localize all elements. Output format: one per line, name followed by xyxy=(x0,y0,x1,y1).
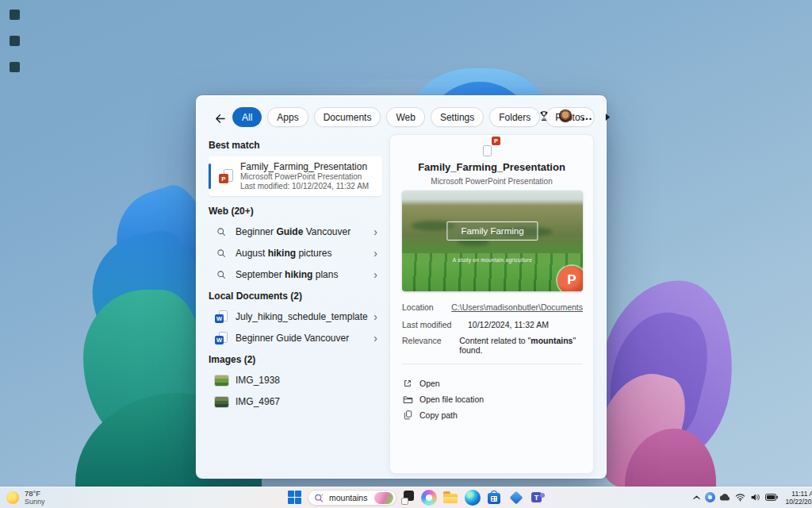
user-avatar[interactable] xyxy=(559,110,572,122)
clock[interactable]: 11:11 AM 10/22/2024 xyxy=(782,490,812,506)
action-label: Copy path xyxy=(419,410,458,420)
preview-title: Family_Farming_Presentation xyxy=(390,161,593,173)
web-suggestion-row[interactable]: August hiking pictures › xyxy=(209,243,382,264)
slide-title: Family Farming xyxy=(446,221,538,241)
web-suggestion-row[interactable]: Beginner Guide Vancouver › xyxy=(209,221,382,242)
web-suggestion-row[interactable]: September hiking plans › xyxy=(209,264,382,285)
file-explorer-icon[interactable] xyxy=(442,490,458,506)
meta-value: 10/12/2024, 11:32 AM xyxy=(468,320,549,329)
tab-web[interactable]: Web xyxy=(386,107,424,127)
time: 11:11 AM xyxy=(782,490,812,498)
section-header-images: Images (2) xyxy=(209,354,255,365)
image-row[interactable]: IMG_4967 xyxy=(209,391,382,412)
date: 10/22/2024 xyxy=(782,498,812,506)
selection-accent-bar xyxy=(209,164,211,189)
action-open[interactable]: Open xyxy=(402,375,583,391)
sun-icon xyxy=(6,491,19,504)
desktop-icon[interactable] xyxy=(10,10,20,20)
weather-condition: Sunny xyxy=(25,498,45,506)
slide-subtitle: A study on mountain agriculture xyxy=(402,257,583,263)
web-suggestion-text: August hiking pictures xyxy=(236,248,331,259)
search-icon xyxy=(214,248,228,258)
document-row[interactable]: W July_hiking_schedule_template › xyxy=(209,306,382,327)
image-thumbnail xyxy=(214,397,228,407)
more-tabs-arrow-icon xyxy=(605,114,611,121)
panel-header-icons: … xyxy=(538,110,593,122)
meta-row-location: Location C:\Users\madisonbutler\Document… xyxy=(402,302,583,312)
card-divider xyxy=(402,364,583,364)
meta-label: Relevance xyxy=(402,336,459,355)
section-header-best-match: Best match xyxy=(209,140,260,151)
battery-icon[interactable] xyxy=(763,494,779,501)
task-view-button[interactable] xyxy=(400,490,416,506)
section-header-web: Web (20+) xyxy=(209,206,254,217)
tray-chevron-up-icon[interactable] xyxy=(690,495,703,500)
tab-settings[interactable]: Settings xyxy=(431,107,484,127)
word-file-icon: W xyxy=(214,332,228,344)
start-button[interactable] xyxy=(288,491,301,504)
meta-label: Last modified xyxy=(402,320,468,329)
tray-app-icon[interactable] xyxy=(703,492,717,502)
tab-all[interactable]: All xyxy=(232,107,262,127)
search-icon xyxy=(214,227,228,237)
panel-more-menu[interactable]: … xyxy=(581,112,593,120)
document-title: Beginner Guide Vancouver xyxy=(236,333,349,344)
preview-subtitle: Microsoft PowerPoint Presentation xyxy=(390,177,593,186)
image-row[interactable]: IMG_1938 xyxy=(209,370,382,391)
desktop-icon[interactable] xyxy=(10,36,20,46)
meta-row-relevance: Relevance Content related to "mountains"… xyxy=(402,336,583,355)
search-results-panel: All Apps Documents Web Settings Folders … xyxy=(196,95,607,479)
slide-thumbnail[interactable]: Family Farming A study on mountain agric… xyxy=(402,190,583,291)
location-link[interactable]: C:\Users\madisonbutler\Documents xyxy=(451,302,583,312)
search-highlight-image xyxy=(374,492,393,504)
open-icon xyxy=(402,379,413,388)
meta-row-modified: Last modified 10/12/2024, 11:32 AM xyxy=(402,320,583,329)
copy-icon xyxy=(402,410,413,420)
rewards-icon[interactable] xyxy=(538,110,550,121)
action-open-file-location[interactable]: Open file location xyxy=(402,391,583,407)
chevron-right-icon: › xyxy=(373,334,377,342)
tab-apps[interactable]: Apps xyxy=(267,107,308,127)
best-match-title: Family_Farming_Presentation xyxy=(240,161,367,172)
search-icon xyxy=(314,493,324,503)
section-header-local-documents: Local Documents (2) xyxy=(209,291,302,302)
web-suggestion-text: Beginner Guide Vancouver xyxy=(236,226,350,237)
system-tray: 11:11 AM 10/22/2024 xyxy=(690,487,812,508)
best-match-item[interactable]: P Family_Farming_Presentation Microsoft … xyxy=(209,156,382,196)
onedrive-cloud-icon[interactable] xyxy=(717,494,733,502)
search-icon xyxy=(214,270,228,279)
chevron-right-icon: › xyxy=(373,228,377,236)
weather-temp: 78°F xyxy=(25,489,45,498)
more-tabs-button[interactable] xyxy=(605,114,611,121)
tab-folders[interactable]: Folders xyxy=(489,107,540,127)
image-thumbnail xyxy=(214,375,228,386)
word-file-icon: W xyxy=(214,310,228,323)
desktop-icon[interactable] xyxy=(10,62,20,72)
best-match-modified: Last modified: 10/12/2024, 11:32 AM xyxy=(240,182,369,190)
action-label: Open file location xyxy=(419,394,484,404)
meta-label: Location xyxy=(402,302,451,312)
action-label: Open xyxy=(419,379,440,388)
best-match-type: Microsoft PowerPoint Presentation xyxy=(240,172,362,181)
preview-card: P Family_Farming_Presentation Microsoft … xyxy=(389,134,594,474)
web-suggestion-text: September hiking plans xyxy=(236,269,338,280)
back-arrow-icon xyxy=(214,113,226,125)
chevron-right-icon: › xyxy=(373,313,377,321)
desktop: All Apps Documents Web Settings Folders … xyxy=(0,0,812,508)
blue-diamond-app-icon[interactable] xyxy=(508,490,524,506)
taskbar-search-box[interactable]: mountains xyxy=(308,490,396,506)
folder-icon xyxy=(402,395,413,404)
document-row[interactable]: W Beginner Guide Vancouver › xyxy=(209,328,382,348)
tab-documents[interactable]: Documents xyxy=(314,107,381,127)
chevron-right-icon: › xyxy=(373,249,377,257)
action-copy-path[interactable]: Copy path xyxy=(402,407,583,423)
teams-icon[interactable]: T xyxy=(530,490,546,506)
back-button[interactable] xyxy=(213,111,227,125)
search-query-text: mountains xyxy=(329,493,374,502)
weather-widget[interactable]: 78°F Sunny xyxy=(6,489,45,506)
microsoft-store-icon[interactable] xyxy=(486,490,502,506)
volume-icon[interactable] xyxy=(748,493,763,502)
wifi-icon[interactable] xyxy=(733,493,748,502)
copilot-icon[interactable] xyxy=(421,490,437,506)
edge-browser-icon[interactable] xyxy=(465,490,481,506)
